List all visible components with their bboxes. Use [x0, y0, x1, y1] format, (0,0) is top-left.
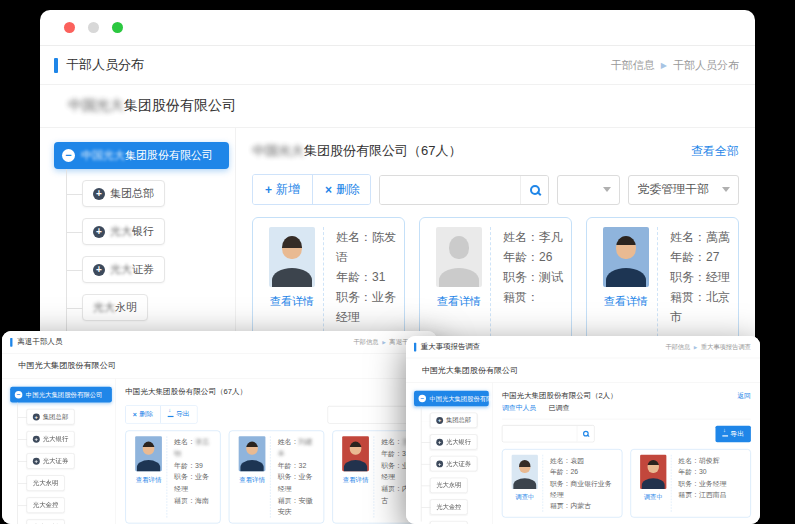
field-label: 姓名： [678, 456, 699, 464]
person-photo-placeholder [436, 227, 482, 287]
tree-node[interactable]: 光大金控 [26, 497, 64, 513]
collapse-icon[interactable]: − [62, 149, 75, 162]
search-input[interactable] [328, 406, 409, 422]
view-detail-link[interactable]: 查看详情 [595, 294, 657, 309]
expand-icon[interactable]: + [93, 188, 105, 200]
tree-node-group-hq[interactable]: +集团总部 [82, 180, 165, 207]
field-label: 职务： [174, 473, 195, 481]
delete-button[interactable]: ×删除 [126, 406, 160, 423]
view-detail-link[interactable]: 查看详情 [234, 475, 270, 484]
tree-root-redacted: 中国光大 [81, 149, 125, 161]
person-photo [135, 436, 162, 471]
tree-root-node[interactable]: − 中国光大集团股份有限公司 [10, 387, 112, 403]
add-button[interactable]: +新增 [253, 175, 312, 204]
search-input[interactable] [502, 426, 576, 442]
expand-icon[interactable]: + [33, 435, 40, 442]
view-detail-link[interactable]: 查看详情 [428, 294, 490, 309]
tree-node-yongming[interactable]: 光大永明 [82, 294, 148, 321]
tab-investigated[interactable]: 已调查 [549, 403, 570, 413]
person-photo [640, 455, 666, 489]
category-select[interactable]: 党委管理干部 [628, 175, 739, 205]
person-age: 31 [372, 270, 385, 284]
tree-node-label: 集团总部 [43, 412, 69, 421]
tree-node-bank[interactable]: +光大银行 [82, 218, 165, 245]
tree-node-redacted: 光大 [93, 301, 115, 313]
tree-node-label: 光大金控 [33, 501, 59, 510]
investigating-link[interactable]: 调查中 [636, 493, 671, 502]
tree-node[interactable]: +集团总部 [430, 413, 477, 428]
search-input[interactable] [380, 176, 520, 204]
title-accent-bar [414, 343, 416, 352]
download-icon [722, 431, 728, 436]
tree-node[interactable]: +集团总部 [26, 409, 74, 425]
breadcrumb: 干部信息 ▶ 干部人员分布 [611, 58, 739, 73]
breadcrumb-arrow-icon: ▶ [382, 339, 386, 344]
tree-node-label: 永明 [115, 301, 137, 313]
tree-node[interactable]: +光大银行 [26, 431, 74, 447]
search-button[interactable] [520, 176, 548, 204]
view-detail-link[interactable]: 查看详情 [261, 294, 323, 309]
tree-node-label: 集团总部 [446, 416, 471, 425]
plus-icon: + [265, 183, 272, 197]
tree-node-label: 集团总部 [110, 186, 154, 201]
person-card: 查看详情 姓名：萬萬 年龄：27 职务：经理 籍贯：北京市 [586, 217, 739, 355]
export-button[interactable]: 导出 [160, 406, 197, 423]
tree-root-node[interactable]: − 中国光大集团股份有限公司 [414, 391, 489, 406]
field-label: 籍贯： [670, 290, 706, 304]
view-detail-link[interactable]: 查看详情 [131, 475, 167, 484]
title-accent-bar [10, 338, 12, 347]
investigating-link[interactable]: 调查中 [507, 493, 542, 502]
field-label: 年龄： [678, 468, 699, 476]
tree-node[interactable]: +光大证券 [26, 453, 74, 469]
tree-node-redacted: 光大 [110, 225, 132, 237]
view-detail-link[interactable]: 查看详情 [338, 475, 374, 484]
tree-node[interactable]: 光大永明 [26, 475, 64, 491]
tree-node[interactable]: 光大金控 [430, 499, 468, 514]
breadcrumb-parent[interactable]: 干部信息 [353, 338, 379, 347]
collapse-icon[interactable]: − [419, 395, 426, 402]
company-title: 中国光大集团股份有限公司 [2, 354, 437, 379]
export-button[interactable]: 导出 [715, 425, 750, 442]
expand-icon[interactable]: + [33, 413, 40, 420]
person-age: 39 [195, 461, 203, 469]
maximize-window-button[interactable] [112, 22, 123, 33]
expand-icon[interactable]: + [33, 457, 40, 464]
window-titlebar [40, 10, 755, 46]
tab-under-investigation[interactable]: 调查中人员 [502, 403, 536, 413]
expand-icon[interactable]: + [436, 438, 443, 445]
field-label: 籍贯： [550, 502, 571, 510]
breadcrumb-parent[interactable]: 干部信息 [665, 343, 690, 352]
tree-node[interactable]: +光大证券 [430, 456, 477, 471]
tree-node-securities[interactable]: +光大证券 [82, 256, 165, 283]
tree-node[interactable]: 光大信托 [26, 519, 64, 524]
delete-button[interactable]: ×删除 [312, 175, 371, 204]
field-label: 职务： [336, 290, 372, 304]
page-title: 重大事项报告调查 [421, 342, 480, 352]
field-label: 职务： [278, 473, 299, 481]
breadcrumb-arrow-icon: ▶ [694, 344, 698, 349]
tab-bar: 调查中人员 已调查 [502, 402, 751, 419]
retired-cadres-window: 离退干部人员 干部信息 ▶ 离退干部人员 中国光大集团股份有限公司 − 中国光大… [2, 331, 437, 524]
field-label: 职务： [678, 479, 699, 487]
page-header: 干部人员分布 干部信息 ▶ 干部人员分布 [40, 46, 755, 85]
field-label: 职务： [670, 270, 706, 284]
close-window-button[interactable] [64, 22, 75, 33]
field-label: 年龄： [503, 250, 539, 264]
view-all-link[interactable]: 查看全部 [691, 143, 739, 160]
minimize-window-button[interactable] [88, 22, 99, 33]
expand-icon[interactable]: + [93, 264, 105, 276]
person-count: （67人） [216, 387, 247, 396]
collapse-icon[interactable]: − [15, 391, 23, 399]
tree-node[interactable]: 光大永明 [430, 478, 468, 493]
content-company-redacted: 中国光大 [252, 143, 304, 158]
tree-node[interactable]: +光大银行 [430, 434, 477, 449]
tree-root-node[interactable]: − 中国光大集团股份有限公司 [54, 142, 229, 169]
back-link[interactable]: 返回 [737, 391, 751, 401]
content-company-title: 中国光大集团股份有限公司（67人） [125, 387, 247, 397]
expand-icon[interactable]: + [436, 460, 443, 467]
expand-icon[interactable]: + [436, 417, 443, 424]
expand-icon[interactable]: + [93, 226, 105, 238]
breadcrumb-parent[interactable]: 干部信息 [611, 58, 655, 73]
search-button[interactable] [577, 426, 594, 442]
filter-select-empty[interactable] [557, 175, 620, 205]
